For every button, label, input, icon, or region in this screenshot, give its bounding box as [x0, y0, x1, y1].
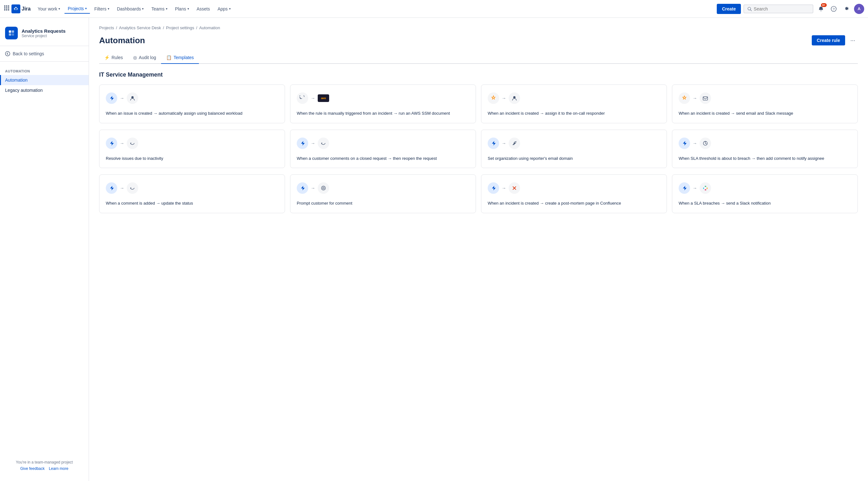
- svg-point-23: [321, 186, 326, 190]
- nav-dashboards[interactable]: Dashboards ▾: [114, 4, 147, 13]
- sidebar-item-legacy-automation[interactable]: Legacy automation: [0, 85, 89, 95]
- nav-assets[interactable]: Assets: [193, 4, 213, 13]
- card-text: Prompt customer for comment: [297, 200, 469, 206]
- svg-rect-3: [4, 7, 5, 8]
- svg-rect-13: [9, 31, 11, 33]
- settings-button[interactable]: [841, 4, 851, 14]
- card-post-mortem[interactable]: → When an incident is created → create a…: [481, 174, 667, 213]
- divider: [0, 46, 89, 46]
- action-icon: [318, 137, 329, 149]
- action-icon: [509, 182, 520, 194]
- tab-rules[interactable]: ⚡ Rules: [99, 52, 128, 64]
- header-actions: Create rule ···: [812, 35, 858, 45]
- create-rule-button[interactable]: Create rule: [812, 35, 845, 45]
- rules-icon: ⚡: [104, 55, 110, 60]
- nav-filters[interactable]: Filters ▾: [91, 4, 113, 13]
- nav-teams[interactable]: Teams ▾: [148, 4, 170, 13]
- breadcrumb-project-settings[interactable]: Project settings: [166, 25, 194, 30]
- card-text: When an issue is created → automatically…: [106, 110, 278, 117]
- card-slack-notification[interactable]: → When a SLA breaches → send a Slack not…: [672, 174, 858, 213]
- trigger-icon: [297, 137, 308, 149]
- card-text: Set organization using reporter's email …: [488, 155, 660, 162]
- arrow-icon: →: [120, 186, 124, 191]
- chevron-icon: ▾: [108, 7, 109, 10]
- nav-apps[interactable]: Apps ▾: [214, 4, 234, 13]
- jira-logo[interactable]: Jira: [11, 4, 31, 13]
- trigger-icon: [488, 182, 499, 194]
- notifications-button[interactable]: 9+: [816, 4, 826, 14]
- card-text: When a customer comments on a closed req…: [297, 155, 469, 162]
- arrow-icon: →: [311, 186, 315, 191]
- sidebar: Analytics Requests Service project Back …: [0, 18, 89, 481]
- svg-rect-5: [8, 7, 9, 8]
- card-prompt-customer[interactable]: → Prompt customer for comment: [290, 174, 476, 213]
- trigger-icon: [106, 137, 117, 149]
- nav-plans[interactable]: Plans ▾: [172, 4, 192, 13]
- back-icon: [5, 51, 10, 56]
- tab-templates[interactable]: 📋 Templates: [161, 52, 199, 64]
- tabs: ⚡ Rules ◎ Audit log 📋 Templates: [99, 52, 858, 64]
- card-icons: →: [488, 137, 660, 149]
- search-box[interactable]: [743, 4, 813, 13]
- card-aws-ssm[interactable]: → aws When the rule is manually triggere…: [290, 85, 476, 123]
- card-update-status[interactable]: → When a comment is added → update the s…: [99, 174, 285, 213]
- card-sla-threshold[interactable]: → When SLA threshold is about to breach …: [672, 130, 858, 168]
- svg-rect-2: [8, 5, 9, 7]
- action-icon: [700, 182, 711, 194]
- svg-rect-8: [8, 9, 9, 10]
- create-button[interactable]: Create: [717, 4, 741, 14]
- svg-rect-0: [4, 5, 5, 7]
- trigger-icon: [106, 182, 117, 194]
- card-balanced-workload[interactable]: → When an issue is created → automatical…: [99, 85, 285, 123]
- action-icon: [127, 92, 138, 104]
- chevron-icon: ▾: [142, 7, 144, 10]
- give-feedback-link[interactable]: Give feedback: [20, 467, 45, 471]
- card-icons: →: [297, 137, 469, 149]
- sidebar-footer: You're in a team-managed project Give fe…: [0, 455, 89, 476]
- cards-row-2: → Resolve issues due to inactivity →: [99, 130, 858, 168]
- nav-your-work[interactable]: Your work ▾: [34, 4, 63, 13]
- svg-point-21: [514, 142, 515, 143]
- action-icon: [509, 92, 520, 104]
- breadcrumb-service-desk[interactable]: Analytics Service Desk: [119, 25, 161, 30]
- grid-icon[interactable]: [4, 5, 9, 12]
- card-text: When an incident is created → create a p…: [488, 200, 660, 206]
- help-button[interactable]: ?: [829, 4, 839, 14]
- jira-wordmark: Jira: [22, 6, 31, 12]
- slack-icon: [702, 185, 709, 191]
- nav-projects[interactable]: Projects ▾: [64, 4, 90, 14]
- svg-rect-20: [703, 97, 708, 100]
- card-icons: →: [297, 182, 469, 194]
- learn-more-link[interactable]: Learn more: [49, 467, 68, 471]
- svg-line-10: [750, 9, 752, 11]
- breadcrumb: Projects / Analytics Service Desk / Proj…: [99, 25, 858, 30]
- tab-audit-log[interactable]: ◎ Audit log: [128, 52, 161, 64]
- trigger-icon: [297, 182, 308, 194]
- more-options-button[interactable]: ···: [848, 35, 858, 45]
- svg-rect-14: [12, 31, 14, 33]
- card-send-email-slack[interactable]: → When an incident is created → send ema…: [672, 85, 858, 123]
- card-reopen-closed[interactable]: → When a customer comments on a closed r…: [290, 130, 476, 168]
- chevron-icon: ▾: [166, 7, 167, 10]
- main-layout: Analytics Requests Service project Back …: [0, 18, 868, 481]
- trigger-icon: [679, 92, 690, 104]
- audit-icon: ◎: [133, 55, 137, 60]
- card-resolve-inactivity[interactable]: → Resolve issues due to inactivity: [99, 130, 285, 168]
- action-icon: [700, 92, 711, 104]
- svg-rect-29: [705, 189, 706, 190]
- main-content: Projects / Analytics Service Desk / Proj…: [89, 18, 868, 481]
- user-avatar[interactable]: A: [854, 4, 864, 14]
- card-text: When the rule is manually triggered from…: [297, 110, 469, 117]
- search-input[interactable]: [754, 6, 810, 11]
- back-to-settings[interactable]: Back to settings: [0, 49, 89, 59]
- arrow-icon: →: [502, 96, 506, 101]
- card-on-call-responder[interactable]: → When an incident is created → assign i…: [481, 85, 667, 123]
- card-text: When a SLA breaches → send a Slack notif…: [679, 200, 851, 206]
- card-set-organization[interactable]: → Set organization using reporter's emai…: [481, 130, 667, 168]
- svg-rect-27: [705, 186, 706, 187]
- card-icons: →: [679, 137, 851, 149]
- breadcrumb-projects[interactable]: Projects: [99, 25, 114, 30]
- cards-row-1: → When an issue is created → automatical…: [99, 85, 858, 123]
- sidebar-item-automation[interactable]: Automation: [0, 75, 89, 85]
- trigger-icon: [679, 137, 690, 149]
